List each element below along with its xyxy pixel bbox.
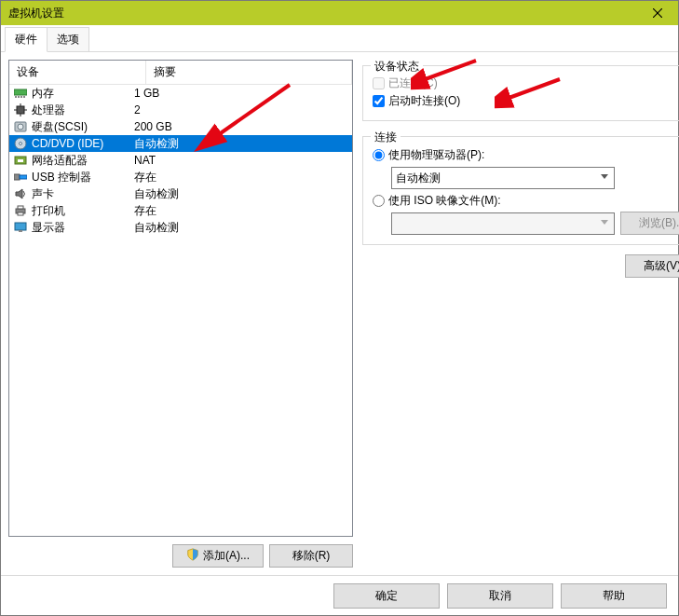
device-list-header: 设备 摘要 <box>9 61 352 85</box>
device-row-hdd[interactable]: 硬盘(SCSI)200 GB <box>9 118 352 135</box>
device-name: 显示器 <box>32 220 134 236</box>
close-icon <box>653 8 662 18</box>
help-button[interactable]: 帮助 <box>561 583 667 609</box>
svg-rect-18 <box>14 174 20 180</box>
left-panel: 设备 摘要 内存1 GB处理器2硬盘(SCSI)200 GBCD/DVD (ID… <box>8 60 353 568</box>
device-name: CD/DVD (IDE) <box>32 137 134 150</box>
device-row-cd[interactable]: CD/DVD (IDE)自动检测 <box>9 135 352 152</box>
device-summary: 存在 <box>134 203 352 219</box>
device-name: 声卡 <box>32 186 134 202</box>
window-title: 虚拟机设置 <box>8 6 671 21</box>
svg-rect-17 <box>18 159 23 162</box>
connection-legend: 连接 <box>371 130 401 145</box>
device-summary: 自动检测 <box>134 136 352 152</box>
browse-button-label: 浏览(B)... <box>639 215 679 231</box>
svg-rect-2 <box>14 89 27 95</box>
cd-icon <box>13 136 28 151</box>
iso-file-row: 浏览(B)... <box>391 212 679 235</box>
use-physical-row[interactable]: 使用物理驱动器(P): <box>373 147 679 163</box>
use-iso-radio[interactable] <box>373 195 385 207</box>
tab-options-label: 选项 <box>57 33 79 46</box>
connected-label: 已连接(C) <box>388 75 438 91</box>
device-name: 打印机 <box>32 203 134 219</box>
ok-button-label: 确定 <box>375 588 398 604</box>
use-iso-label: 使用 ISO 映像文件(M): <box>388 193 501 209</box>
add-button-label: 添加(A)... <box>203 548 250 564</box>
connection-group: 连接 使用物理驱动器(P): 自动检测 使用 ISO 映像文件(M): <box>362 136 679 245</box>
advanced-row: 高级(V)... <box>362 254 679 278</box>
advanced-button[interactable]: 高级(V)... <box>625 254 679 278</box>
hdd-icon <box>13 119 28 134</box>
tab-hardware[interactable]: 硬件 <box>5 27 48 52</box>
remove-button-label: 移除(R) <box>292 548 331 564</box>
cpu-icon <box>13 103 28 117</box>
printer-icon <box>13 203 28 218</box>
sound-icon <box>13 186 28 201</box>
device-row-usb[interactable]: USB 控制器存在 <box>9 169 352 185</box>
device-row-memory[interactable]: 内存1 GB <box>9 85 352 102</box>
device-status-legend: 设备状态 <box>371 59 423 75</box>
device-summary: 自动检测 <box>134 220 352 236</box>
device-name: 硬盘(SCSI) <box>32 119 134 135</box>
use-iso-row[interactable]: 使用 ISO 映像文件(M): <box>373 193 679 209</box>
svg-rect-22 <box>18 212 23 215</box>
connect-on-start-checkbox[interactable] <box>373 95 385 107</box>
content: 设备 摘要 内存1 GB处理器2硬盘(SCSI)200 GBCD/DVD (ID… <box>1 52 678 575</box>
connect-on-start-label: 启动时连接(O) <box>388 93 460 109</box>
device-list[interactable]: 设备 摘要 内存1 GB处理器2硬盘(SCSI)200 GBCD/DVD (ID… <box>8 60 353 537</box>
connect-on-start-row[interactable]: 启动时连接(O) <box>373 93 679 109</box>
browse-button: 浏览(B)... <box>620 212 679 235</box>
shield-icon <box>186 548 199 564</box>
ok-button[interactable]: 确定 <box>333 583 440 609</box>
display-icon <box>13 220 28 235</box>
cancel-button[interactable]: 取消 <box>447 583 553 609</box>
usb-icon <box>13 170 28 185</box>
close-button[interactable] <box>636 1 678 25</box>
device-row-display[interactable]: 显示器自动检测 <box>9 219 352 236</box>
device-row-nic[interactable]: 网络适配器NAT <box>9 152 352 169</box>
svg-rect-4 <box>18 96 20 98</box>
device-name: 处理器 <box>32 103 134 118</box>
right-panel: 设备状态 已连接(C) 启动时连接(O) 连接 使用物理驱动器(P): 自动检测 <box>357 60 679 568</box>
svg-rect-6 <box>23 96 25 98</box>
device-summary: 1 GB <box>134 87 352 100</box>
physical-drive-value: 自动检测 <box>396 171 441 186</box>
device-summary: 200 GB <box>134 120 352 133</box>
device-name: USB 控制器 <box>32 170 134 185</box>
svg-rect-24 <box>19 230 22 232</box>
iso-path-combo <box>391 212 615 235</box>
svg-point-13 <box>18 124 23 130</box>
svg-point-15 <box>20 143 22 145</box>
use-physical-radio[interactable] <box>373 149 385 161</box>
svg-rect-23 <box>15 223 26 230</box>
device-row-sound[interactable]: 声卡自动检测 <box>9 185 352 202</box>
chevron-down-icon <box>597 170 612 185</box>
chevron-down-icon <box>597 215 612 230</box>
physical-drive-combo[interactable]: 自动检测 <box>391 167 615 189</box>
device-row-printer[interactable]: 打印机存在 <box>9 202 352 219</box>
device-name: 内存 <box>32 86 134 102</box>
device-summary: NAT <box>134 154 352 167</box>
device-summary: 存在 <box>134 170 352 185</box>
left-buttons: 添加(A)... 移除(R) <box>8 537 353 568</box>
tab-options[interactable]: 选项 <box>47 27 89 51</box>
cancel-button-label: 取消 <box>489 588 511 604</box>
device-name: 网络适配器 <box>32 153 134 169</box>
footer: 确定 取消 帮助 <box>1 575 678 615</box>
col-device[interactable]: 设备 <box>9 61 146 84</box>
remove-button[interactable]: 移除(R) <box>269 544 353 568</box>
svg-rect-7 <box>17 106 24 114</box>
nic-icon <box>13 153 28 168</box>
device-summary: 自动检测 <box>134 186 352 202</box>
device-row-cpu[interactable]: 处理器2 <box>9 102 352 118</box>
svg-rect-21 <box>18 206 23 209</box>
titlebar: 虚拟机设置 <box>1 1 678 25</box>
tabstrip: 硬件 选项 <box>1 25 678 52</box>
use-physical-label: 使用物理驱动器(P): <box>388 147 484 163</box>
svg-rect-19 <box>20 175 27 179</box>
svg-rect-3 <box>15 96 17 98</box>
add-button[interactable]: 添加(A)... <box>172 544 264 568</box>
col-summary[interactable]: 摘要 <box>146 61 352 84</box>
connected-row: 已连接(C) <box>373 75 679 91</box>
device-status-group: 设备状态 已连接(C) 启动时连接(O) <box>362 65 679 121</box>
